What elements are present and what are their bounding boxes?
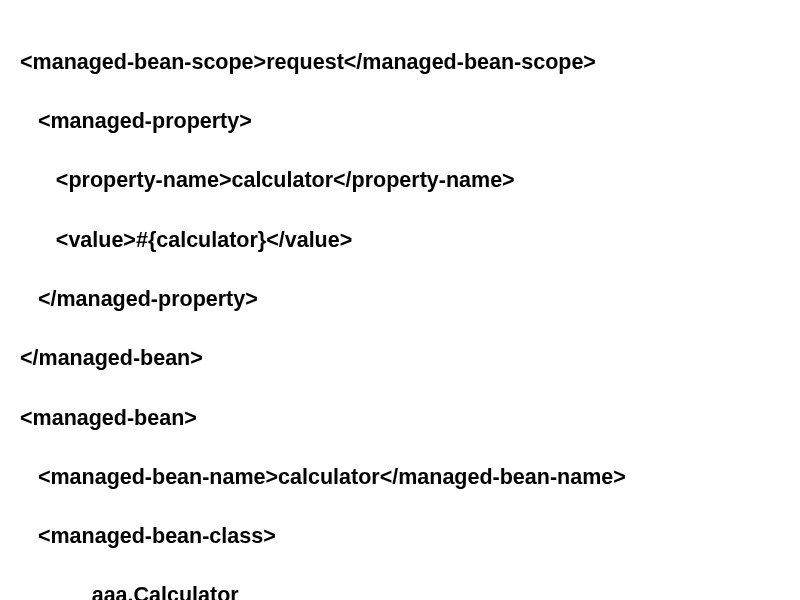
- code-line: <managed-bean>: [20, 404, 780, 434]
- xml-code-block: <managed-bean-scope>request</managed-bea…: [20, 18, 780, 600]
- code-line: <property-name>calculator</property-name…: [20, 166, 780, 196]
- code-line: <value>#{calculator}</value>: [20, 226, 780, 256]
- code-line: <managed-bean-class>: [20, 522, 780, 552]
- code-line: </managed-bean>: [20, 344, 780, 374]
- code-line: aaa.Calculator: [20, 581, 780, 600]
- code-line: </managed-property>: [20, 285, 780, 315]
- code-line: <managed-bean-scope>request</managed-bea…: [20, 48, 780, 78]
- code-line: <managed-property>: [20, 107, 780, 137]
- code-line: <managed-bean-name>calculator</managed-b…: [20, 463, 780, 493]
